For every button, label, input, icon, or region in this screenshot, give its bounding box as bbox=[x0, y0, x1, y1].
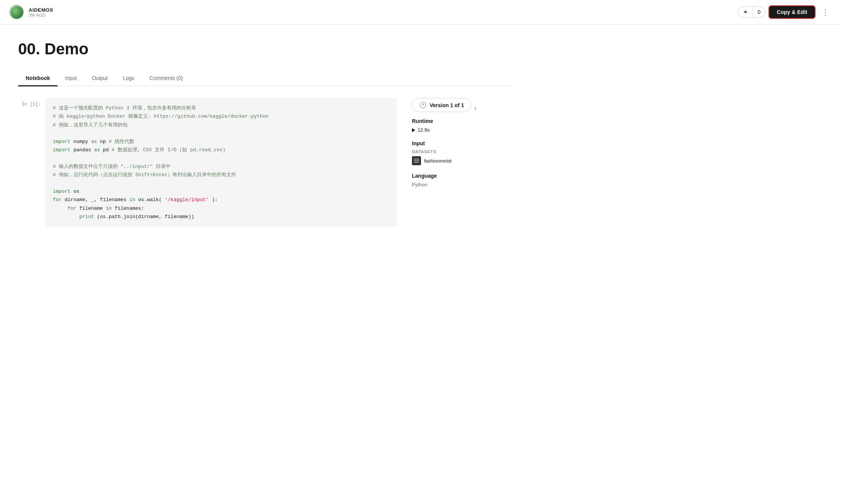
code-line-blank-1 bbox=[53, 129, 389, 138]
code-line-blank-3 bbox=[53, 179, 389, 187]
vote-up-button[interactable] bbox=[738, 7, 753, 17]
dataset-item: fashionmnist bbox=[412, 156, 510, 165]
code-comment: # 输入的数据文件位于只读的 "../input/" 目录中 bbox=[53, 164, 171, 169]
history-icon: 🕐 bbox=[419, 101, 427, 109]
code-comment: # 由 kaggle/python Docker 镜像定义: https://g… bbox=[53, 114, 269, 119]
main-content: 00. Demo Notebook Input Output Logs Comm… bbox=[0, 25, 528, 233]
version-button[interactable]: 🕐 Version 1 of 1 bbox=[412, 98, 471, 112]
author-name: AIDEMOS bbox=[29, 7, 53, 13]
code-keyword: print bbox=[79, 214, 94, 220]
tab-output[interactable]: Output bbox=[85, 71, 115, 86]
copy-edit-button[interactable]: Copy & Edit bbox=[768, 5, 816, 19]
tabs-bar: Notebook Input Output Logs Comments (0) bbox=[18, 71, 510, 86]
code-line-4: import numpy as np # 线性代数 bbox=[53, 138, 389, 146]
code-plain: filenames: bbox=[115, 206, 144, 211]
tab-logs[interactable]: Logs bbox=[115, 71, 142, 86]
code-plain: filename bbox=[79, 206, 106, 211]
version-label: Version 1 of 1 bbox=[430, 102, 464, 108]
code-plain: dirname, _, filenames bbox=[65, 197, 129, 203]
tab-input[interactable]: Input bbox=[58, 71, 85, 86]
tab-comments[interactable]: Comments (0) bbox=[142, 71, 191, 86]
code-plain: os bbox=[74, 189, 80, 194]
version-expand-icon: › bbox=[474, 104, 476, 112]
author-info: AIDEMOS 3M AGO bbox=[29, 7, 53, 17]
input-heading: Input bbox=[412, 140, 510, 146]
code-comment: # 这是一个预先配置的 Python 3 环境，包含许多有用的分析库 bbox=[53, 105, 196, 111]
runtime-duration: 12.9s bbox=[418, 127, 430, 133]
cell-label: In [1]: bbox=[18, 98, 41, 227]
code-plain bbox=[53, 206, 65, 211]
code-plain: os.walk( bbox=[138, 197, 161, 203]
notebook-title: 00. Demo bbox=[18, 40, 510, 58]
code-line-5: import pandas as pd # 数据处理, CSV 文件 I/O (… bbox=[53, 146, 389, 154]
language-heading: Language bbox=[412, 173, 510, 179]
code-keyword: import bbox=[53, 147, 71, 153]
header: AIDEMOS 3M AGO 0 Copy & Edit ⋮ bbox=[0, 0, 842, 25]
code-line-2: # 由 kaggle/python Docker 镜像定义: https://g… bbox=[53, 112, 389, 121]
author-time: 3M AGO bbox=[29, 13, 53, 17]
sidebar: 🕐 Version 1 of 1 › Runtime 12.9s Input D… bbox=[412, 98, 510, 233]
code-plain: ): bbox=[212, 197, 218, 203]
dataset-icon-inner bbox=[414, 158, 419, 163]
play-icon bbox=[412, 128, 415, 132]
code-line-9: for dirname, _, filenames in os.walk( '/… bbox=[53, 196, 389, 204]
code-plain: (os.path.join(dirname, filename)) bbox=[97, 214, 194, 220]
code-keyword: import bbox=[53, 139, 71, 144]
code-comment: # 例如，这里导入了几个有用的包 bbox=[53, 122, 128, 128]
code-plain: np bbox=[100, 139, 109, 144]
code-keyword: as bbox=[91, 139, 97, 144]
content-layout: In [1]: # 这是一个预先配置的 Python 3 环境，包含许多有用的分… bbox=[18, 98, 510, 233]
datasets-subheading: DATASETS bbox=[412, 149, 510, 154]
code-keyword: as bbox=[94, 147, 100, 153]
language-value: Python bbox=[412, 182, 510, 187]
code-comment: # 例如，运行此代码（点击运行或按 Shift+Enter）将列出输入目录中的所… bbox=[53, 172, 236, 178]
code-string: '/kaggle/input' bbox=[165, 197, 209, 203]
code-line-3: # 例如，这里导入了几个有用的包 bbox=[53, 121, 389, 129]
language-section: Language Python bbox=[412, 173, 510, 187]
runtime-heading: Runtime bbox=[412, 118, 510, 124]
code-keyword: for bbox=[68, 206, 76, 211]
vote-count: 0 bbox=[753, 7, 765, 17]
code-block: # 这是一个预先配置的 Python 3 环境，包含许多有用的分析库 # 由 k… bbox=[45, 98, 397, 227]
vote-button[interactable]: 0 bbox=[738, 6, 765, 18]
code-line-8: import os bbox=[53, 187, 389, 196]
code-line-10: for filename in filenames: bbox=[53, 204, 389, 213]
code-line-6: # 输入的数据文件位于只读的 "../input/" 目录中 bbox=[53, 163, 389, 171]
code-keyword: import bbox=[53, 189, 71, 194]
code-plain: numpy bbox=[74, 139, 91, 144]
tab-notebook[interactable]: Notebook bbox=[18, 71, 58, 86]
code-keyword: for bbox=[53, 197, 61, 203]
more-options-button[interactable]: ⋮ bbox=[819, 6, 833, 18]
code-plain: pd bbox=[103, 147, 112, 153]
notebook-content: In [1]: # 这是一个预先配置的 Python 3 环境，包含许多有用的分… bbox=[18, 98, 397, 233]
runtime-value: 12.9s bbox=[412, 127, 510, 133]
code-line-1: # 这是一个预先配置的 Python 3 环境，包含许多有用的分析库 bbox=[53, 104, 389, 112]
code-comment: # 数据处理, CSV 文件 I/O (如 pd.read_csv) bbox=[112, 147, 226, 153]
header-right: 0 Copy & Edit ⋮ bbox=[738, 5, 833, 19]
cell-1: In [1]: # 这是一个预先配置的 Python 3 环境，包含许多有用的分… bbox=[18, 98, 397, 227]
dataset-icon bbox=[412, 156, 421, 165]
code-line-11: print (os.path.join(dirname, filename)) bbox=[53, 213, 389, 221]
input-section: Input DATASETS fashionmnist bbox=[412, 140, 510, 165]
dataset-name: fashionmnist bbox=[424, 158, 452, 164]
avatar bbox=[9, 5, 24, 20]
code-keyword: in bbox=[129, 197, 135, 203]
code-comment: # 线性代数 bbox=[109, 139, 134, 144]
code-line-7: # 例如，运行此代码（点击运行或按 Shift+Enter）将列出输入目录中的所… bbox=[53, 171, 389, 179]
code-plain bbox=[53, 214, 76, 220]
header-left: AIDEMOS 3M AGO bbox=[9, 5, 53, 20]
runtime-section: Runtime 12.9s bbox=[412, 118, 510, 133]
version-row: 🕐 Version 1 of 1 › bbox=[412, 98, 510, 118]
code-line-blank-2 bbox=[53, 154, 389, 163]
code-keyword: in bbox=[106, 206, 112, 211]
code-plain: pandas bbox=[74, 147, 94, 153]
